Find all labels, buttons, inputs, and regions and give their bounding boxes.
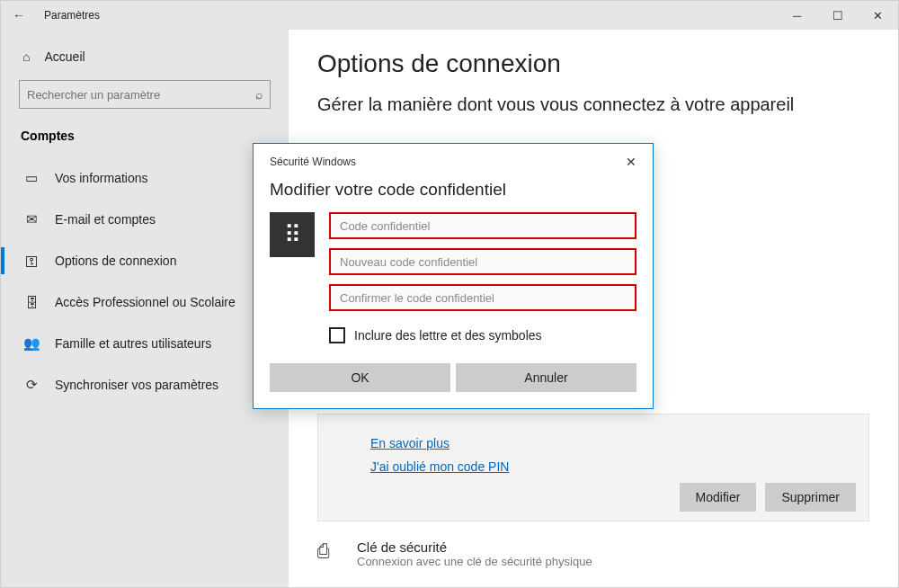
search-icon: ⌕ [255,87,263,102]
sidebar-item-label: Famille et autres utilisateurs [55,336,211,351]
sidebar-item-family[interactable]: 👥 Famille et autres utilisateurs [1,323,289,364]
usb-key-icon: ⎙ [317,539,348,563]
key-icon: ⚿ [21,254,42,269]
page-subtitle: Gérer la manière dont vous vous connecte… [317,94,869,115]
sidebar-item-infos[interactable]: ▭ Vos informations [1,157,289,199]
close-button[interactable]: ✕ [858,1,898,30]
delete-button[interactable]: Supprimer [765,483,856,512]
modify-button[interactable]: Modifier [680,483,757,512]
person-card-icon: ▭ [21,170,42,186]
sidebar-item-email[interactable]: ✉ E-mail et comptes [1,199,289,240]
change-pin-dialog: Sécurité Windows ✕ Modifier votre code c… [253,143,654,409]
dialog-header: Sécurité Windows [270,156,622,168]
page-title: Options de connexion [317,49,869,78]
option-desc: Connexion avec une clé de sécurité physi… [357,555,592,568]
learn-more-link[interactable]: En savoir plus [370,436,856,450]
include-letters-label: Inclure des lettre et des symboles [354,328,542,343]
briefcase-icon: 🗄 [21,295,42,310]
sidebar-item-label: E-mail et comptes [55,212,156,227]
home-label: Accueil [44,49,85,64]
sync-icon: ⟳ [21,377,42,393]
search-input[interactable] [27,88,255,102]
dialog-close-button[interactable]: ✕ [622,153,640,171]
sidebar-item-signin-options[interactable]: ⚿ Options de connexion [1,240,289,281]
maximize-button[interactable]: ☐ [817,1,858,30]
back-button[interactable]: ← [1,8,37,22]
ok-button[interactable]: OK [270,363,450,392]
forgot-pin-link[interactable]: J'ai oublié mon code PIN [370,459,856,474]
home-icon: ⌂ [22,49,30,64]
minimize-button[interactable]: ─ [777,1,817,30]
mail-icon: ✉ [21,211,42,227]
home-nav[interactable]: ⌂ Accueil [1,40,289,73]
sidebar-item-label: Synchroniser vos paramètres [55,378,218,392]
sidebar-item-sync[interactable]: ⟳ Synchroniser vos paramètres [1,364,289,405]
include-letters-checkbox[interactable] [329,327,345,343]
sidebar-item-label: Vos informations [55,171,148,185]
keypad-icon: ⠿ [270,212,315,257]
confirm-pin-input[interactable] [329,284,636,311]
option-title: Clé de sécurité [357,539,592,555]
sidebar: ⌂ Accueil ⌕ Comptes ▭ Vos informations ✉… [1,30,289,587]
section-header: Comptes [1,120,289,157]
window-title: Paramètres [37,9,100,22]
people-icon: 👥 [21,335,42,352]
option-security-key[interactable]: ⎙ Clé de sécurité Connexion avec une clé… [317,530,869,577]
option-pin-expanded: En savoir plus J'ai oublié mon code PIN … [317,414,869,521]
title-bar: ← Paramètres ─ ☐ ✕ [1,1,898,30]
sidebar-item-work-school[interactable]: 🗄 Accès Professionnel ou Scolaire [1,281,289,323]
sidebar-item-label: Options de connexion [55,254,176,268]
cancel-button[interactable]: Annuler [456,363,636,392]
sidebar-item-label: Accès Professionnel ou Scolaire [55,295,236,309]
search-box[interactable]: ⌕ [19,80,271,109]
new-pin-input[interactable] [329,248,636,275]
dialog-title: Modifier votre code confidentiel [254,174,653,212]
current-pin-input[interactable] [329,212,636,239]
